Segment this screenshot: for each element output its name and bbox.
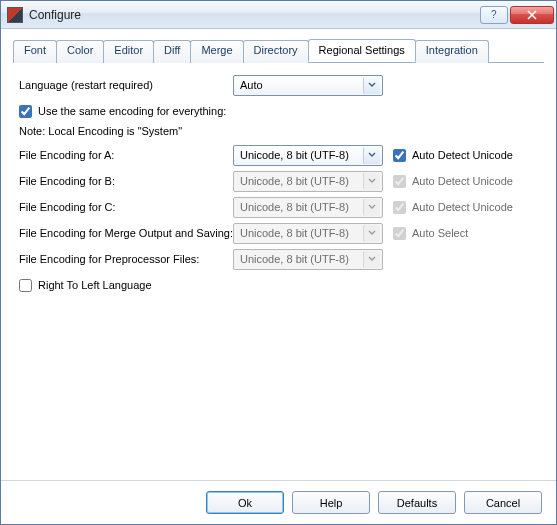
- auto-detect-b-input: [393, 175, 406, 188]
- encoding-pre-value: Unicode, 8 bit (UTF-8): [240, 253, 349, 265]
- help-dialog-button[interactable]: Help: [292, 491, 370, 514]
- regional-settings-pane: Language (restart required) Auto Use the…: [1, 63, 556, 480]
- tab-merge[interactable]: Merge: [190, 40, 243, 63]
- encoding-b-value: Unicode, 8 bit (UTF-8): [240, 175, 349, 187]
- encoding-merge-value: Unicode, 8 bit (UTF-8): [240, 227, 349, 239]
- tab-directory[interactable]: Directory: [243, 40, 309, 63]
- auto-select-input: [393, 227, 406, 240]
- chevron-down-icon: [363, 147, 380, 164]
- encoding-c-label: File Encoding for C:: [19, 201, 233, 213]
- encoding-b-combo: Unicode, 8 bit (UTF-8): [233, 171, 383, 192]
- chevron-down-icon: [363, 173, 380, 190]
- encoding-a-combo[interactable]: Unicode, 8 bit (UTF-8): [233, 145, 383, 166]
- language-value: Auto: [240, 79, 263, 91]
- tab-regional-settings[interactable]: Regional Settings: [308, 39, 416, 62]
- auto-detect-c-input: [393, 201, 406, 214]
- tab-bar: Font Color Editor Diff Merge Directory R…: [1, 29, 556, 62]
- local-encoding-note: Note: Local Encoding is "System": [19, 125, 538, 137]
- rtl-checkbox[interactable]: Right To Left Language: [19, 279, 152, 292]
- chevron-down-icon: [363, 199, 380, 216]
- auto-detect-a-checkbox[interactable]: Auto Detect Unicode: [393, 149, 513, 162]
- tab-diff[interactable]: Diff: [153, 40, 191, 63]
- auto-detect-a-label: Auto Detect Unicode: [412, 149, 513, 161]
- chevron-down-icon: [363, 251, 380, 268]
- auto-detect-b-checkbox: Auto Detect Unicode: [393, 175, 513, 188]
- encoding-c-combo: Unicode, 8 bit (UTF-8): [233, 197, 383, 218]
- auto-detect-c-checkbox: Auto Detect Unicode: [393, 201, 513, 214]
- button-bar: Ok Help Defaults Cancel: [1, 480, 556, 524]
- same-encoding-label: Use the same encoding for everything:: [38, 105, 226, 117]
- same-encoding-checkbox[interactable]: Use the same encoding for everything:: [19, 105, 226, 118]
- chevron-down-icon: [363, 77, 380, 94]
- help-button[interactable]: ?: [480, 6, 508, 24]
- ok-button[interactable]: Ok: [206, 491, 284, 514]
- encoding-b-label: File Encoding for B:: [19, 175, 233, 187]
- encoding-a-value: Unicode, 8 bit (UTF-8): [240, 149, 349, 161]
- chevron-down-icon: [363, 225, 380, 242]
- defaults-button[interactable]: Defaults: [378, 491, 456, 514]
- auto-detect-c-label: Auto Detect Unicode: [412, 201, 513, 213]
- configure-dialog: Configure ? Font Color Editor Diff Merge…: [0, 0, 557, 525]
- rtl-input[interactable]: [19, 279, 32, 292]
- auto-select-checkbox: Auto Select: [393, 227, 468, 240]
- app-icon: [7, 7, 23, 23]
- auto-detect-a-input[interactable]: [393, 149, 406, 162]
- language-combo[interactable]: Auto: [233, 75, 383, 96]
- window-title: Configure: [29, 8, 480, 22]
- cancel-button[interactable]: Cancel: [464, 491, 542, 514]
- encoding-c-value: Unicode, 8 bit (UTF-8): [240, 201, 349, 213]
- encoding-merge-combo: Unicode, 8 bit (UTF-8): [233, 223, 383, 244]
- rtl-label: Right To Left Language: [38, 279, 152, 291]
- auto-select-label: Auto Select: [412, 227, 468, 239]
- tab-font[interactable]: Font: [13, 40, 57, 63]
- tab-editor[interactable]: Editor: [103, 40, 154, 63]
- titlebar: Configure ?: [1, 1, 556, 29]
- svg-text:?: ?: [491, 10, 497, 20]
- encoding-pre-combo: Unicode, 8 bit (UTF-8): [233, 249, 383, 270]
- encoding-pre-label: File Encoding for Preprocessor Files:: [19, 253, 233, 265]
- tab-integration[interactable]: Integration: [415, 40, 489, 63]
- encoding-a-label: File Encoding for A:: [19, 149, 233, 161]
- close-button[interactable]: [510, 6, 554, 24]
- auto-detect-b-label: Auto Detect Unicode: [412, 175, 513, 187]
- encoding-merge-label: File Encoding for Merge Output and Savin…: [19, 227, 233, 239]
- same-encoding-input[interactable]: [19, 105, 32, 118]
- tab-color[interactable]: Color: [56, 40, 104, 63]
- language-label: Language (restart required): [19, 79, 233, 91]
